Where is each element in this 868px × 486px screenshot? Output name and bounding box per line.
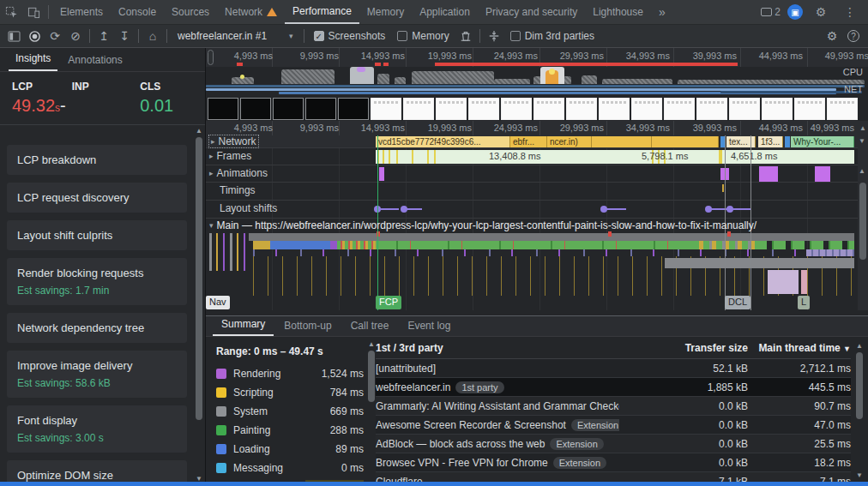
layout-shifts-track[interactable]: Layout shifts	[206, 201, 868, 219]
screenshot-frame[interactable]	[240, 98, 271, 120]
network-request[interactable]: Why-Your-...	[791, 136, 854, 147]
network-request[interactable]	[652, 136, 719, 147]
table-row[interactable]: webfreelancer.in1st party 1,885 kB 445.5…	[376, 378, 851, 397]
network-request[interactable]: vcd15cbe7772f49c399c6...	[376, 136, 510, 147]
disclosure-icon[interactable]: ▸	[209, 169, 214, 177]
screenshot-filmstrip[interactable]	[206, 96, 868, 121]
inspect-icon[interactable]	[0, 3, 22, 21]
dim-3rd-parties-checkbox[interactable]: Dim 3rd parties	[510, 30, 594, 42]
settings-gear-icon[interactable]: ⚙	[810, 3, 832, 21]
scrollbar-thumb[interactable]	[859, 183, 866, 260]
tab-privacy-security[interactable]: Privacy and security	[478, 0, 585, 24]
metric-cls[interactable]: CLS 0.01	[140, 81, 200, 116]
scroll-up-icon[interactable]: ▲	[855, 342, 864, 350]
tracks-scrollbar[interactable]: ▼ ▲	[858, 135, 868, 310]
load-profile-icon[interactable]: ↥	[93, 27, 114, 45]
collapse-rows-icon[interactable]	[484, 27, 504, 45]
toggle-sidebar-icon[interactable]	[3, 27, 24, 45]
home-icon[interactable]: ⌂	[142, 27, 163, 45]
overview-ruler[interactable]: 4,993 ms 9,993 ms 14,993 ms 19,993 ms 24…	[206, 48, 868, 67]
tab-memory[interactable]: Memory	[359, 0, 412, 24]
tab-call-tree[interactable]: Call tree	[342, 316, 398, 336]
nav-marker[interactable]: Nav	[206, 296, 230, 309]
table-row[interactable]: Awesome Screen Recorder & ScreenshotExte…	[376, 416, 851, 435]
detail-ruler[interactable]: 4,993 ms 9,993 ms 14,993 ms 19,993 ms 24…	[206, 121, 868, 135]
layout-shift-event[interactable]	[403, 208, 422, 210]
network-request[interactable]	[785, 136, 790, 147]
network-track[interactable]: ▸ Network vcd15cbe7772f49c399c6... ebfr.…	[206, 135, 868, 148]
scroll-down-icon[interactable]: ▼	[858, 137, 866, 145]
scroll-up-icon[interactable]: ▲	[367, 340, 376, 348]
save-profile-icon[interactable]: ↧	[114, 27, 135, 45]
tab-insights[interactable]: Insights	[9, 48, 57, 71]
screenshot-frame[interactable]	[436, 98, 467, 120]
record-button[interactable]	[24, 27, 45, 45]
screenshot-frame[interactable]	[338, 98, 369, 120]
sidebar-scrollbar[interactable]: ▲ ▼	[195, 127, 203, 483]
l-marker[interactable]: L	[798, 296, 810, 309]
screenshot-frame[interactable]	[827, 98, 858, 120]
animations-track-label[interactable]: ▸ Animations	[209, 167, 268, 179]
summary-scrollbar[interactable]: ▲	[367, 340, 376, 483]
frames-track-label[interactable]: ▸ Frames	[209, 150, 251, 162]
animation-event[interactable]	[815, 166, 830, 182]
scrollbar-thumb[interactable]	[856, 352, 863, 419]
tab-bottom-up[interactable]: Bottom-up	[275, 316, 340, 336]
screenshot-frame[interactable]	[208, 98, 238, 120]
device-toolbar-icon[interactable]	[22, 3, 45, 21]
scrollbar-thumb[interactable]	[196, 137, 202, 420]
screenshot-frame[interactable]	[371, 98, 401, 120]
tab-application[interactable]: Application	[412, 0, 478, 24]
layout-shift-event[interactable]	[603, 208, 626, 210]
network-request[interactable]: 1f3...	[758, 136, 783, 147]
screenshot-frame[interactable]	[305, 98, 336, 120]
screenshot-frame[interactable]	[696, 98, 727, 120]
table-row[interactable]: Grammarly: AI Writing Assistant and Gram…	[376, 397, 851, 416]
insight-card-network-dependency-tree[interactable]: Network dependency tree	[7, 313, 187, 343]
tab-console[interactable]: Console	[111, 0, 164, 24]
tab-event-log[interactable]: Event log	[399, 316, 459, 336]
tab-sources[interactable]: Sources	[164, 0, 217, 24]
issues-counter[interactable]: 2	[761, 6, 781, 18]
capture-settings-gear-icon[interactable]: ⚙	[822, 27, 842, 45]
screenshot-frame[interactable]	[762, 98, 793, 120]
fcp-marker[interactable]: FCP	[376, 296, 401, 309]
tab-lighthouse[interactable]: Lighthouse	[585, 0, 651, 24]
screenshot-frame[interactable]	[501, 98, 532, 120]
screenshot-frame[interactable]	[403, 98, 434, 120]
animation-event[interactable]	[759, 166, 778, 182]
frames-track[interactable]: ▸ Frames 13,408.8 ms 5,798.1 ms 4,651.8 …	[206, 148, 868, 165]
layout-shift-event[interactable]	[729, 208, 750, 210]
more-tabs-button[interactable]: »	[651, 0, 673, 24]
insight-card-lcp-request-discovery[interactable]: LCP request discovery	[7, 183, 187, 213]
animation-event[interactable]	[379, 167, 384, 181]
screenshots-checkbox[interactable]: ✓ Screenshots	[314, 30, 386, 42]
main-thread-track-header[interactable]: ▾ Main — https://webfreelancer.in/wordpr…	[206, 219, 868, 231]
record-reload-button[interactable]: ⟳	[45, 27, 65, 45]
sidebar-collapse-handle[interactable]	[208, 50, 214, 65]
screenshot-frame[interactable]	[729, 98, 760, 120]
timings-track[interactable]: Timings	[206, 183, 868, 201]
overflow-menu-icon[interactable]: ⋮	[839, 3, 861, 21]
network-request[interactable]: ebfr...	[510, 136, 547, 147]
network-activity-strip[interactable]: NET	[206, 84, 868, 96]
screenshot-frame[interactable]	[273, 98, 304, 120]
table-header-row[interactable]: 1st / 3rd party Transfer size Main threa…	[376, 337, 851, 359]
table-row[interactable]: [unattributed] 52.1 kB 2,712.1 ms	[376, 359, 851, 378]
insight-card-render-blocking[interactable]: Render blocking requestsEst savings: 1.7…	[7, 258, 187, 305]
disclosure-icon[interactable]: ▾	[209, 221, 214, 230]
network-track-label[interactable]: ▸ Network	[209, 135, 258, 147]
table-scrollbar[interactable]: ▲ ▼	[855, 342, 865, 479]
help-icon[interactable]: ?	[847, 30, 859, 42]
tab-summary[interactable]: Summary	[213, 315, 274, 336]
cpu-activity-chart[interactable]: CPU	[206, 67, 868, 84]
memory-checkbox[interactable]: Memory	[397, 30, 449, 42]
layout-shift-event[interactable]	[377, 208, 399, 210]
metric-inp[interactable]: INP	[72, 81, 140, 116]
dcl-marker[interactable]: DCL	[725, 296, 750, 309]
screenshot-frame[interactable]	[468, 98, 499, 120]
clear-button[interactable]: ⊘	[65, 27, 86, 45]
scrollbar-thumb[interactable]	[368, 351, 375, 402]
tab-annotations[interactable]: Annotations	[61, 50, 129, 71]
tab-network[interactable]: Network	[217, 0, 285, 24]
